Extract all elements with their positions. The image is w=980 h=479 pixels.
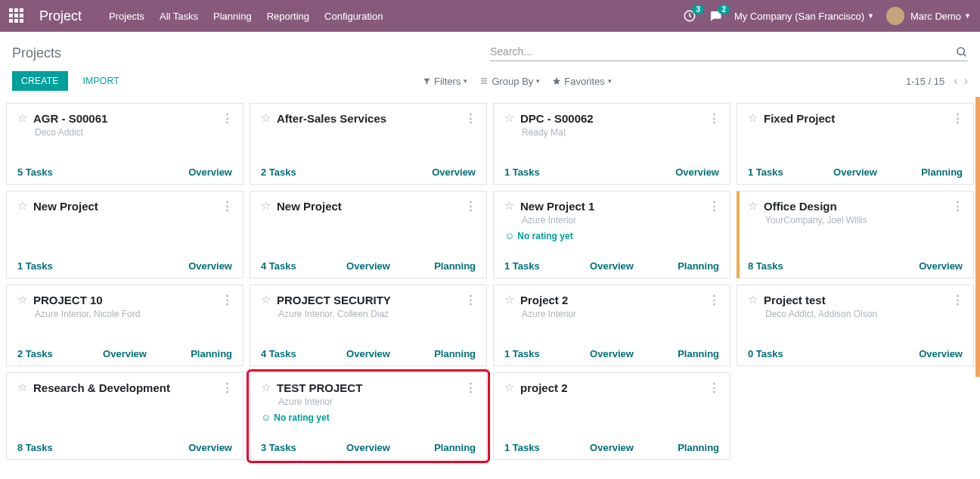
company-selector[interactable]: My Company (San Francisco) ▼ — [734, 11, 874, 22]
favorite-star-icon[interactable]: ☆ — [261, 293, 271, 306]
search-icon[interactable] — [956, 45, 968, 58]
overview-link[interactable]: Overview — [919, 348, 963, 359]
planning-link[interactable]: Planning — [404, 260, 476, 272]
project-card[interactable]: ☆New Project 1⋮Azure Interior☺No rating … — [493, 191, 730, 278]
user-menu[interactable]: Marc Demo ▼ — [886, 7, 971, 25]
overview-link[interactable]: Overview — [188, 166, 232, 178]
project-card[interactable]: ☆Project 2⋮Azure Interior1 TasksOverview… — [493, 285, 730, 366]
project-card[interactable]: ☆DPC - S00062⋮Ready Mat1 TasksOverview — [493, 103, 730, 185]
project-card[interactable]: ☆AGR - S00061⋮Deco Addict5 TasksOverview — [6, 103, 243, 185]
card-menu-icon[interactable]: ⋮ — [709, 111, 719, 125]
favorite-star-icon[interactable]: ☆ — [261, 111, 271, 125]
favorites-dropdown[interactable]: Favorites ▾ — [552, 76, 611, 87]
card-menu-icon[interactable]: ⋮ — [709, 293, 719, 306]
project-card[interactable]: ☆Fixed Project⋮1 TasksOverviewPlanning — [737, 103, 974, 185]
planning-link[interactable]: Planning — [647, 260, 719, 272]
search-box[interactable] — [490, 42, 968, 61]
groupby-dropdown[interactable]: Group By ▾ — [479, 76, 540, 87]
tasks-link[interactable]: 2 Tasks — [17, 348, 89, 359]
card-menu-icon[interactable]: ⋮ — [465, 111, 476, 125]
card-menu-icon[interactable]: ⋮ — [465, 293, 476, 306]
planning-link[interactable]: Planning — [404, 442, 476, 453]
planning-link[interactable]: Planning — [647, 442, 719, 453]
favorite-star-icon[interactable]: ☆ — [748, 293, 758, 306]
favorite-star-icon[interactable]: ☆ — [748, 199, 758, 213]
project-card[interactable]: ☆Project test⋮Deco Addict, Addison Olson… — [737, 285, 974, 366]
project-card[interactable]: ☆New Project⋮1 TasksOverview — [6, 191, 243, 278]
favorite-star-icon[interactable]: ☆ — [504, 111, 514, 125]
nav-link-reporting[interactable]: Reporting — [267, 11, 309, 22]
rating-badge[interactable]: ☺No rating yet — [504, 230, 719, 241]
card-menu-icon[interactable]: ⋮ — [222, 111, 232, 125]
tasks-link[interactable]: 8 Tasks — [748, 260, 783, 272]
favorite-star-icon[interactable]: ☆ — [504, 381, 514, 394]
tasks-link[interactable]: 1 Tasks — [748, 166, 820, 178]
overview-link[interactable]: Overview — [333, 442, 405, 453]
tasks-link[interactable]: 1 Tasks — [504, 348, 576, 359]
project-card[interactable]: ☆Research & Development⋮8 TasksOverview — [6, 372, 243, 460]
overview-link[interactable]: Overview — [89, 348, 161, 359]
pager-prev[interactable]: ‹ — [954, 74, 957, 88]
search-input[interactable] — [490, 42, 956, 61]
card-menu-icon[interactable]: ⋮ — [222, 381, 232, 394]
project-card[interactable]: ☆project 2⋮1 TasksOverviewPlanning — [493, 372, 730, 460]
tasks-link[interactable]: 1 Tasks — [504, 166, 540, 178]
activities-icon[interactable]: 3 — [683, 9, 696, 23]
tasks-link[interactable]: 4 Tasks — [261, 348, 333, 359]
rating-badge[interactable]: ☺No rating yet — [261, 412, 476, 423]
project-card[interactable]: ☆After-Sales Services⋮2 TasksOverview — [250, 103, 487, 185]
tasks-link[interactable]: 0 Tasks — [748, 348, 783, 359]
import-button[interactable]: IMPORT — [74, 71, 129, 91]
nav-link-planning[interactable]: Planning — [213, 11, 252, 22]
favorite-star-icon[interactable]: ☆ — [748, 111, 758, 125]
nav-link-configuration[interactable]: Configuration — [324, 11, 383, 22]
card-menu-icon[interactable]: ⋮ — [465, 381, 476, 394]
overview-link[interactable]: Overview — [188, 442, 232, 453]
tasks-link[interactable]: 8 Tasks — [17, 442, 53, 453]
tasks-link[interactable]: 3 Tasks — [261, 442, 333, 453]
project-card[interactable]: ☆PROJECT 10⋮Azure Interior, Nicole Ford2… — [6, 285, 243, 366]
overview-link[interactable]: Overview — [188, 260, 232, 272]
planning-link[interactable]: Planning — [404, 348, 476, 359]
project-card[interactable]: ☆PROJECT SECURITY⋮Azure Interior, Collee… — [250, 285, 487, 366]
card-menu-icon[interactable]: ⋮ — [952, 199, 963, 213]
create-button[interactable]: CREATE — [12, 71, 68, 91]
project-card[interactable]: ☆Office Design⋮YourCompany, Joel Willis8… — [737, 191, 974, 278]
tasks-link[interactable]: 1 Tasks — [504, 442, 576, 453]
filters-dropdown[interactable]: Filters ▾ — [423, 76, 467, 87]
favorite-star-icon[interactable]: ☆ — [504, 293, 514, 306]
overview-link[interactable]: Overview — [432, 166, 476, 178]
favorite-star-icon[interactable]: ☆ — [17, 293, 27, 306]
overview-link[interactable]: Overview — [820, 166, 892, 178]
favorite-star-icon[interactable]: ☆ — [17, 381, 27, 394]
project-card[interactable]: ☆New Project⋮4 TasksOverviewPlanning — [250, 191, 487, 278]
favorite-star-icon[interactable]: ☆ — [261, 381, 271, 394]
overview-link[interactable]: Overview — [576, 348, 648, 359]
planning-link[interactable]: Planning — [891, 166, 963, 178]
nav-link-projects[interactable]: Projects — [109, 11, 144, 22]
favorite-star-icon[interactable]: ☆ — [261, 199, 271, 213]
tasks-link[interactable]: 1 Tasks — [17, 260, 53, 272]
overview-link[interactable]: Overview — [576, 260, 648, 272]
card-menu-icon[interactable]: ⋮ — [222, 199, 232, 213]
favorite-star-icon[interactable]: ☆ — [504, 199, 514, 213]
card-menu-icon[interactable]: ⋮ — [952, 293, 963, 306]
planning-link[interactable]: Planning — [647, 348, 719, 359]
tasks-link[interactable]: 1 Tasks — [504, 260, 576, 272]
pager-next[interactable]: › — [964, 74, 968, 88]
overview-link[interactable]: Overview — [333, 348, 405, 359]
project-card[interactable]: ☆TEST PROJECT⋮Azure Interior☺No rating y… — [250, 372, 487, 460]
tasks-link[interactable]: 4 Tasks — [261, 260, 333, 272]
tasks-link[interactable]: 5 Tasks — [17, 166, 53, 178]
app-brand[interactable]: Project — [39, 8, 82, 24]
card-menu-icon[interactable]: ⋮ — [465, 199, 476, 213]
card-menu-icon[interactable]: ⋮ — [709, 381, 719, 394]
apps-icon[interactable] — [9, 8, 24, 23]
nav-link-all-tasks[interactable]: All Tasks — [160, 11, 198, 22]
planning-link[interactable]: Planning — [160, 348, 232, 359]
messages-icon[interactable]: 2 — [709, 9, 722, 23]
card-menu-icon[interactable]: ⋮ — [952, 111, 963, 125]
overview-link[interactable]: Overview — [333, 260, 405, 272]
favorite-star-icon[interactable]: ☆ — [17, 111, 27, 125]
favorite-star-icon[interactable]: ☆ — [17, 199, 27, 213]
